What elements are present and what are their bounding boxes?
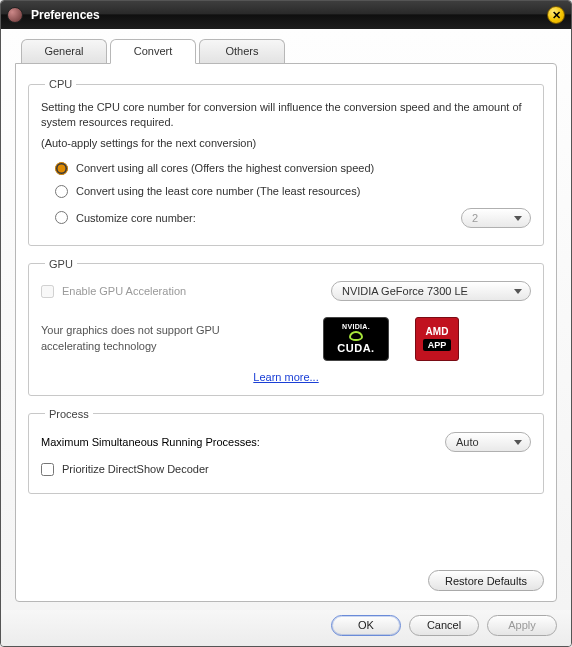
cpu-radio-least[interactable] — [55, 185, 68, 198]
cpu-option-all-label: Convert using all cores (Offers the high… — [76, 162, 374, 174]
group-gpu-legend: GPU — [45, 258, 77, 270]
process-prioritize-label: Prioritize DirectShow Decoder — [62, 463, 209, 475]
app-icon — [7, 7, 23, 23]
gpu-enable-checkbox[interactable] — [41, 285, 54, 298]
nvidia-text: NVIDIA. — [342, 323, 370, 330]
group-process: Process Maximum Simultaneous Running Pro… — [28, 408, 544, 494]
amd-app-text: APP — [423, 339, 452, 351]
process-max-select[interactable]: Auto — [445, 432, 531, 452]
cpu-option-custom[interactable]: Customize core number: — [55, 211, 196, 224]
cpu-option-custom-label: Customize core number: — [76, 212, 196, 224]
amd-app-logo-icon: AMD APP — [415, 317, 459, 361]
titlebar: Preferences ✕ — [1, 1, 571, 29]
group-gpu: GPU Enable GPU Acceleration NVIDIA GeFor… — [28, 258, 544, 396]
gpu-device-value: NVIDIA GeForce 7300 LE — [342, 285, 468, 297]
gpu-logos: NVIDIA. CUDA. AMD APP — [251, 317, 531, 361]
tab-general[interactable]: General — [21, 39, 107, 64]
group-cpu-legend: CPU — [45, 78, 76, 90]
tab-convert[interactable]: Convert — [110, 39, 196, 64]
process-max-row: Maximum Simultaneous Running Processes: … — [41, 430, 531, 458]
cpu-core-value: 2 — [472, 212, 478, 224]
cpu-option-least-label: Convert using the least core number (The… — [76, 185, 360, 197]
process-max-label: Maximum Simultaneous Running Processes: — [41, 436, 260, 448]
amd-text: AMD — [426, 326, 449, 337]
panel-spacer — [28, 506, 544, 570]
gpu-learn-more-link[interactable]: Learn more... — [253, 371, 318, 383]
cpu-option-least[interactable]: Convert using the least core number (The… — [41, 180, 531, 203]
cpu-option-custom-row: Customize core number: 2 — [41, 203, 531, 233]
ok-button[interactable]: OK — [331, 615, 401, 636]
cpu-description: Setting the CPU core number for conversi… — [41, 100, 531, 131]
cpu-core-select[interactable]: 2 — [461, 208, 531, 228]
gpu-enable-label: Enable GPU Acceleration — [62, 285, 186, 297]
cpu-auto-note: (Auto-apply settings for the next conver… — [41, 137, 531, 149]
window-body: General Convert Others CPU Setting the C… — [1, 29, 571, 610]
cpu-radio-all[interactable] — [55, 162, 68, 175]
nvidia-eye-icon — [349, 331, 363, 341]
nvidia-cuda-logo-icon: NVIDIA. CUDA. — [323, 317, 389, 361]
gpu-logos-row: Your graphics does not support GPU accel… — [41, 317, 531, 361]
dialog-footer: OK Cancel Apply — [1, 610, 571, 646]
restore-row: Restore Defaults — [28, 570, 544, 591]
process-prioritize[interactable]: Prioritize DirectShow Decoder — [41, 458, 531, 481]
process-max-value: Auto — [456, 436, 479, 448]
cpu-radio-custom[interactable] — [55, 211, 68, 224]
gpu-enable[interactable]: Enable GPU Acceleration — [41, 280, 186, 303]
restore-defaults-button[interactable]: Restore Defaults — [428, 570, 544, 591]
close-icon[interactable]: ✕ — [547, 6, 565, 24]
preferences-window: Preferences ✕ General Convert Others CPU… — [0, 0, 572, 647]
window-title: Preferences — [31, 8, 547, 22]
tab-others[interactable]: Others — [199, 39, 285, 64]
gpu-learn-more-row: Learn more... — [41, 371, 531, 383]
gpu-device-select[interactable]: NVIDIA GeForce 7300 LE — [331, 281, 531, 301]
cpu-option-all[interactable]: Convert using all cores (Offers the high… — [41, 157, 531, 180]
apply-button[interactable]: Apply — [487, 615, 557, 636]
gpu-top-row: Enable GPU Acceleration NVIDIA GeForce 7… — [41, 280, 531, 303]
nvidia-cuda-text: CUDA. — [337, 342, 374, 354]
cancel-button[interactable]: Cancel — [409, 615, 479, 636]
group-cpu: CPU Setting the CPU core number for conv… — [28, 78, 544, 246]
tab-panel-convert: CPU Setting the CPU core number for conv… — [15, 63, 557, 602]
group-process-legend: Process — [45, 408, 93, 420]
tab-bar: General Convert Others — [15, 39, 557, 64]
gpu-unsupported-msg: Your graphics does not support GPU accel… — [41, 323, 251, 354]
process-prioritize-checkbox[interactable] — [41, 463, 54, 476]
